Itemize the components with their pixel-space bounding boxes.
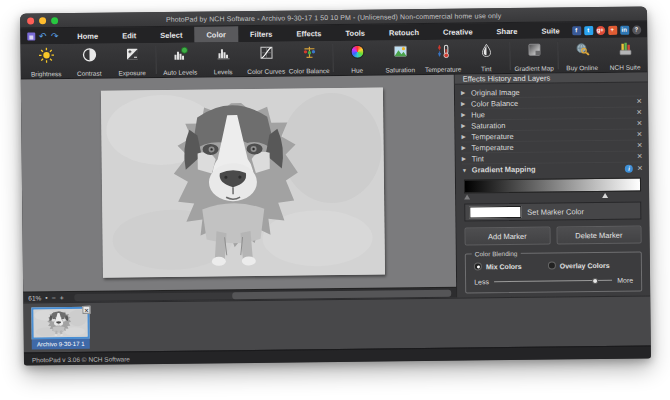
exposure-icon [124,45,140,62]
toolbar-separator [557,41,558,69]
auto-levels-button[interactable]: Auto Levels [158,43,201,77]
brightness-button[interactable]: Brightness [24,44,67,78]
tint-button[interactable]: Tint [464,39,507,73]
remove-effect-icon[interactable]: ✕ [637,164,643,172]
hue-button[interactable]: Hue [335,41,378,75]
tab-home[interactable]: Home [65,28,110,45]
facebook-icon[interactable]: f [572,26,581,35]
saturation-button[interactable]: Saturation [378,40,421,74]
close-thumbnail-icon[interactable]: ✕ [82,306,90,314]
tab-tools[interactable]: Tools [333,25,377,41]
expand-arrow-icon[interactable]: ▶ [461,122,471,128]
remove-effect-icon[interactable]: ✕ [636,98,642,106]
remove-effect-icon[interactable]: ✕ [637,142,643,150]
effects-panel: Effects History and Layers ▶ Original Im… [455,72,651,297]
photopad-window: PhotoPad by NCH Software - Archivo 9-30-… [20,6,651,365]
remove-effect-icon[interactable]: ✕ [636,120,642,128]
tab-select[interactable]: Select [148,27,194,44]
tab-creative[interactable]: Creative [431,23,485,40]
save-icon[interactable] [26,32,35,41]
radio-selected-icon[interactable] [474,262,482,270]
hue-wheel-icon [350,43,364,60]
color-curves-icon [258,44,274,61]
main-area: 61% • − + Effects History and Layers ▶ O… [21,72,650,302]
levels-button[interactable]: Levels [201,42,244,76]
brightness-sun-icon [38,46,54,63]
gradient-marker-row [464,192,641,201]
set-marker-color-button[interactable]: Set Marker Color [464,202,641,222]
remove-effect-icon[interactable]: ✕ [637,131,643,139]
desktop: PhotoPad by NCH Software - Archivo 9-30-… [0,0,670,400]
edited-photo[interactable] [101,87,385,277]
nch-suite-button[interactable]: NCH Suite [603,37,646,71]
nch-suite-toolbox-icon [617,40,633,57]
help-icon[interactable]: ? [632,25,641,34]
zoom-level: 61% [28,294,41,301]
zoom-slider-dot[interactable]: • [45,294,48,301]
color-balance-button[interactable]: Color Balance [287,41,330,75]
addthis-icon[interactable]: + [608,25,617,34]
more-label: More [617,277,633,284]
tab-effects[interactable]: Effects [284,25,333,42]
image-canvas[interactable] [21,75,456,292]
thumbnail-image[interactable] [31,307,89,340]
googleplus-icon[interactable]: g+ [596,25,605,34]
blend-slider[interactable] [494,280,612,282]
expand-arrow-icon[interactable]: ▶ [461,111,471,117]
contrast-icon [81,46,97,63]
overlay-colors-radio[interactable]: Overlay Colors [548,261,610,270]
linkedin-icon[interactable]: in [620,25,629,34]
tab-color[interactable]: Color [194,26,238,42]
tab-retouch[interactable]: Retouch [377,24,431,41]
canvas-column: 61% • − + [21,75,458,303]
tint-droplet-icon [478,41,494,58]
color-blending-group: Color Blending Mix Colors Overlay Colors [465,252,642,294]
expand-arrow-icon[interactable]: ▶ [462,144,472,150]
expand-arrow-icon[interactable]: ▶ [462,155,472,161]
add-marker-button[interactable]: Add Marker [464,227,550,246]
tab-share[interactable]: Share [484,23,529,40]
color-curves-button[interactable]: Color Curves [244,42,287,76]
tab-suite[interactable]: Suite [529,22,572,38]
window-title: PhotoPad by NCH Software - Archivo 9-30-… [20,10,647,24]
gradient-marker-selected[interactable] [602,193,608,198]
gradient-map-icon [526,41,542,58]
exposure-button[interactable]: Exposure [110,43,153,77]
zoom-out-button[interactable]: − [52,294,56,301]
blend-slider-handle[interactable] [593,278,599,284]
zoom-in-button[interactable]: + [60,294,64,301]
buy-online-globe-key-icon [574,40,590,57]
image-thumbnail[interactable]: ✕ Archivo 9-30-17 1 [31,307,90,353]
radio-unselected-icon[interactable] [548,262,556,270]
temperature-thermometer-icon [435,42,451,59]
mix-colors-radio[interactable]: Mix Colors [474,262,522,271]
info-icon[interactable]: i [625,164,633,172]
expand-arrow-icon[interactable]: ▶ [461,89,471,95]
tab-filters[interactable]: Filters [238,26,285,43]
color-balance-icon [301,43,317,60]
remove-effect-icon[interactable]: ✕ [637,153,643,161]
buy-online-button[interactable]: Buy Online [560,38,603,72]
twitter-icon[interactable]: t [584,26,593,35]
temperature-button[interactable]: Temperature [421,40,464,74]
tab-edit[interactable]: Edit [110,27,148,43]
expand-arrow-icon[interactable]: ▶ [461,100,471,106]
version-text: PhotoPad v 3.06 © NCH Software [32,355,130,363]
toolbar-separator [332,44,333,72]
marker-color-swatch[interactable] [469,206,521,219]
expand-arrow-icon[interactable]: ▶ [461,133,471,139]
redo-icon[interactable]: ↷ [50,32,59,41]
delete-marker-button[interactable]: Delete Marker [556,226,642,245]
toolbar-separator [155,46,156,74]
color-blending-title: Color Blending [472,250,521,258]
gradient-marker-left[interactable] [464,194,470,199]
remove-effect-icon[interactable]: ✕ [636,109,642,117]
thumbnail-label: Archivo 9-30-17 1 [32,339,90,350]
collapse-arrow-icon[interactable]: ▼ [462,167,472,173]
saturation-photo-icon [392,42,408,59]
undo-icon[interactable]: ↶ [38,32,47,41]
filmstrip: ✕ Archivo 9-30-17 1 [23,295,651,352]
gradient-map-button[interactable]: Gradient Map [512,38,555,72]
less-label: Less [474,278,489,285]
contrast-button[interactable]: Contrast [67,44,110,78]
